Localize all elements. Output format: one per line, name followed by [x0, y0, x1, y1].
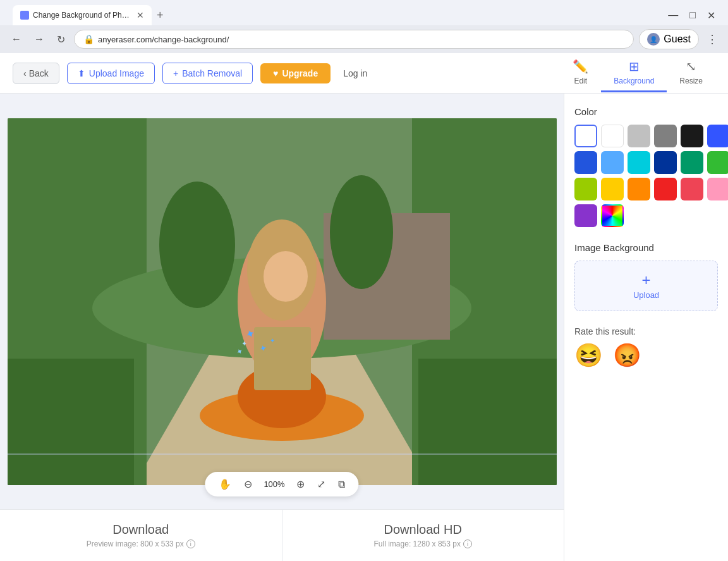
- canvas-toolbar: ✋ ⊖ 100% ⊕ ⤢ ⧉: [205, 472, 358, 496]
- browser-titlebar: Change Background of Phot… ✕ + — □ ✕: [0, 0, 728, 25]
- right-panel: Color: [564, 94, 728, 561]
- tab-title: Change Background of Phot…: [33, 11, 133, 20]
- download-sub: Preview image: 800 x 533 px i: [87, 539, 195, 548]
- browser-chrome: Change Background of Phot… ✕ + — □ ✕ ← →…: [0, 0, 728, 53]
- color-label: Color: [574, 106, 718, 117]
- upgrade-button[interactable]: ♥ Upgrade: [260, 63, 331, 83]
- upload-image-button[interactable]: ⬆ Upload Image: [67, 63, 155, 84]
- batch-removal-button[interactable]: + Batch Removal: [162, 63, 253, 84]
- image-upload-area[interactable]: + Upload: [574, 261, 718, 311]
- svg-rect-15: [254, 327, 311, 390]
- upload-icon: ⬆: [78, 68, 85, 78]
- browser-toolbar: ← → ↻ 🔒 anyeraser.com/change-background/…: [0, 25, 728, 53]
- canvas-wrapper[interactable]: ✦ ✦ ✦ ✦ ✦ ✋ ⊖ 100% ⊕ ⤢ ⧉: [0, 94, 564, 509]
- forward-nav-btn[interactable]: →: [30, 31, 48, 47]
- heart-icon: ♥: [273, 68, 278, 78]
- address-text: anyeraser.com/change-background/: [98, 35, 624, 44]
- download-option-hd[interactable]: Download HD Full image: 1280 x 853 px i: [282, 510, 564, 561]
- svg-rect-8: [8, 359, 134, 485]
- emoji-row: 😆 😡: [574, 344, 718, 367]
- angry-emoji-btn[interactable]: 😡: [613, 344, 641, 367]
- color-yellow[interactable]: [601, 178, 624, 200]
- address-bar[interactable]: 🔒 anyeraser.com/change-background/: [74, 30, 634, 49]
- tab-edit-label: Edit: [574, 77, 587, 85]
- tool-tabs: ✏️ Edit ⊞ Background ⤡ Resize: [560, 54, 715, 92]
- svg-rect-21: [8, 453, 557, 455]
- tab-background[interactable]: ⊞ Background: [601, 54, 667, 92]
- hand-tool-icon[interactable]: ✋: [215, 477, 235, 491]
- chevron-left-icon: ‹: [23, 68, 27, 78]
- color-gray[interactable]: [654, 125, 677, 147]
- svg-point-6: [159, 182, 235, 308]
- svg-text:✦: ✦: [241, 340, 247, 347]
- download-hd-sub: Full image: 1280 x 853 px i: [374, 539, 472, 548]
- plus-upload-icon: +: [641, 273, 650, 288]
- download-hd-label: Download HD: [384, 522, 462, 537]
- tab-edit[interactable]: ✏️ Edit: [560, 54, 601, 92]
- maximize-btn[interactable]: □: [684, 7, 701, 24]
- download-option-standard[interactable]: Download Preview image: 800 x 533 px i: [0, 510, 282, 561]
- tab-resize[interactable]: ⤡ Resize: [667, 54, 715, 92]
- color-teal[interactable]: [681, 151, 703, 174]
- zoom-out-icon[interactable]: ⊖: [240, 477, 256, 491]
- color-yellow-green[interactable]: [574, 178, 597, 200]
- refresh-btn[interactable]: ↻: [53, 31, 69, 48]
- color-transparent[interactable]: [574, 125, 597, 147]
- image-background-section: Image Background + Upload: [574, 242, 718, 311]
- browser-menu-btn[interactable]: ⋮: [704, 30, 720, 49]
- tab-favicon: [20, 11, 29, 20]
- compare-icon[interactable]: ⧉: [334, 478, 349, 491]
- color-blue-medium[interactable]: [574, 151, 597, 174]
- close-btn[interactable]: ✕: [702, 7, 720, 24]
- color-green[interactable]: [707, 151, 728, 174]
- color-pink[interactable]: [707, 178, 728, 200]
- resize-icon: ⤡: [686, 59, 696, 74]
- color-section: Color: [574, 106, 718, 227]
- color-navy[interactable]: [654, 151, 677, 174]
- fullscreen-icon[interactable]: ⤢: [313, 477, 329, 491]
- back-nav-btn[interactable]: ←: [8, 31, 25, 47]
- happy-emoji-btn[interactable]: 😆: [574, 344, 603, 367]
- plus-icon: +: [173, 68, 178, 78]
- profile-button[interactable]: 👤 Guest: [639, 29, 699, 49]
- login-button[interactable]: Log in: [338, 63, 372, 83]
- browser-tab-active[interactable]: Change Background of Phot… ✕: [13, 5, 152, 25]
- profile-avatar: 👤: [647, 33, 660, 46]
- color-white[interactable]: [601, 125, 624, 147]
- minimize-btn[interactable]: —: [663, 7, 683, 24]
- new-tab-btn[interactable]: +: [154, 9, 166, 22]
- back-button[interactable]: ‹ Back: [13, 63, 59, 84]
- svg-point-14: [264, 251, 308, 302]
- color-rainbow[interactable]: [601, 204, 624, 227]
- color-cyan[interactable]: [628, 151, 650, 174]
- info-icon-standard[interactable]: i: [186, 539, 195, 548]
- svg-rect-9: [418, 359, 557, 485]
- upload-text: Upload: [633, 290, 659, 300]
- info-icon-hd[interactable]: i: [463, 539, 472, 548]
- rate-label: Rate this result:: [574, 326, 718, 336]
- upgrade-label: Upgrade: [282, 68, 318, 78]
- app-header: ‹ Back ⬆ Upload Image + Batch Removal ♥ …: [0, 53, 728, 94]
- edit-icon: ✏️: [573, 59, 588, 74]
- zoom-level: 100%: [261, 479, 287, 489]
- image-bg-label: Image Background: [574, 242, 718, 253]
- color-orange[interactable]: [628, 178, 650, 200]
- color-purple[interactable]: [574, 204, 597, 227]
- color-red[interactable]: [654, 178, 677, 200]
- profile-label: Guest: [664, 34, 691, 45]
- login-label: Log in: [343, 68, 367, 78]
- color-black[interactable]: [681, 125, 703, 147]
- zoom-in-icon[interactable]: ⊕: [293, 477, 308, 491]
- color-light-gray[interactable]: [628, 125, 650, 147]
- color-blue-light[interactable]: [601, 151, 624, 174]
- color-blue-dark[interactable]: [707, 125, 728, 147]
- svg-text:✦: ✦: [270, 337, 275, 344]
- tab-resize-label: Resize: [679, 77, 703, 85]
- upload-label: Upload Image: [89, 68, 144, 78]
- color-grid: [574, 125, 718, 227]
- os-window-controls[interactable]: — □ ✕: [663, 7, 720, 24]
- tab-close-btn[interactable]: ✕: [136, 11, 144, 20]
- background-icon: ⊞: [629, 59, 640, 74]
- color-pink-red[interactable]: [681, 178, 703, 200]
- back-label: Back: [29, 68, 49, 78]
